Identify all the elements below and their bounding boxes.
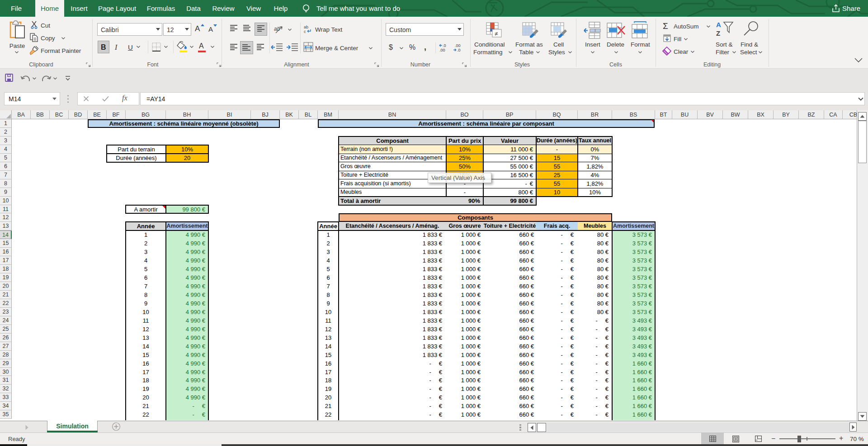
svg-text:.00: .00 — [439, 48, 445, 52]
svg-text:c: c — [304, 29, 306, 33]
svg-text:.00: .00 — [455, 43, 461, 48]
svg-text:Z: Z — [716, 29, 720, 37]
svg-text:ab: ab — [304, 25, 308, 29]
svg-text:≠: ≠ — [495, 30, 498, 37]
svg-text:A: A — [716, 21, 721, 28]
svg-text:.0: .0 — [457, 48, 461, 52]
svg-text:ab: ab — [274, 26, 280, 32]
svg-text:.0: .0 — [443, 43, 446, 48]
